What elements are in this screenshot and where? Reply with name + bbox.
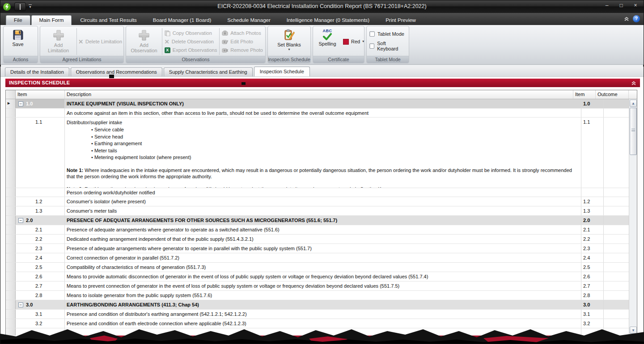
ribbon-tab-print-preview[interactable]: Print Preview [378, 16, 424, 25]
minimize-ribbon-icon[interactable] [624, 17, 629, 21]
spelling-button[interactable]: ABC Spelling [314, 27, 340, 56]
tablet-mode-checkbox[interactable] [369, 31, 375, 37]
item-right-cell[interactable]: 1.0 [581, 99, 604, 108]
table-row[interactable]: 2.4Correct connection of generator in pa… [6, 253, 637, 263]
item-cell[interactable]: 1.1 [16, 117, 65, 188]
ribbon-tab-intelligence-manager-0-statements-[interactable]: Intelligence Manager (0 Statements) [279, 16, 377, 25]
maximize-button[interactable]: □ [618, 2, 625, 8]
row-indicator[interactable] [6, 197, 16, 206]
tablet-mode-toggle[interactable]: Tablet Mode [369, 31, 406, 37]
item-right-cell[interactable]: 2.1 [581, 225, 604, 234]
tab-inspection-schedule[interactable]: Inspection Schedule [254, 67, 310, 76]
table-row[interactable]: 2.1Presence of adequate arrangements whe… [6, 225, 637, 235]
description-cell[interactable]: Person ordering work/dutyholder notified [65, 188, 581, 197]
set-blanks-button[interactable]: Set Blanks ▾ [275, 27, 304, 56]
row-indicator[interactable] [6, 206, 16, 215]
description-cell[interactable]: Presence and condition of distributor's … [65, 310, 581, 319]
delete-observation-button[interactable]: ✕ Delete Observation [165, 38, 217, 46]
item-right-cell[interactable] [581, 188, 604, 197]
item-right-cell[interactable]: 1.1 [581, 117, 604, 188]
item-cell[interactable]: 1.2 [16, 197, 65, 206]
table-row[interactable]: 2.2Dedicated earthing arrangement indepe… [6, 235, 637, 244]
description-cell[interactable]: Dedicated earthing arrangement independe… [65, 235, 581, 243]
row-indicator[interactable] [6, 300, 16, 309]
minimize-button[interactable]: – [603, 2, 610, 8]
scroll-up-button[interactable]: ▲ [630, 100, 637, 107]
copy-observation-button[interactable]: Copy Observation [165, 29, 217, 37]
row-indicator[interactable] [6, 263, 16, 272]
table-row[interactable]: −3.0EARTHING/BONDING ARRANGEMENTS (411.3… [6, 300, 637, 310]
remove-photo-button[interactable]: Remove Photo [222, 46, 263, 54]
row-indicator[interactable] [6, 253, 16, 262]
row-indicator[interactable] [6, 244, 16, 253]
description-cell[interactable]: Presence of adequate arrangements where … [65, 244, 581, 253]
item-cell[interactable]: −2.0 [16, 216, 65, 225]
item-right-cell[interactable]: 3.0 [581, 300, 604, 309]
delete-limitation-button[interactable]: ✕ Delete Limitation [78, 38, 122, 46]
column-header-item-right[interactable]: Item [573, 90, 596, 99]
item-cell[interactable]: 1.3 [16, 206, 65, 215]
item-right-cell[interactable]: 2.6 [581, 272, 604, 281]
item-right-cell[interactable]: 2.4 [581, 253, 604, 262]
item-cell[interactable]: 3.1 [16, 310, 65, 319]
ribbon-tab-schedule-manager[interactable]: Schedule Manager [220, 16, 278, 25]
column-header-outcome[interactable]: Outcome [596, 90, 629, 99]
tab-observations-and-recommendations[interactable]: Observations and Recommendations [71, 67, 162, 76]
item-cell[interactable]: 2.8 [16, 291, 65, 300]
row-indicator[interactable] [6, 188, 16, 197]
row-indicator[interactable] [6, 225, 16, 234]
item-cell[interactable]: 2.3 [16, 244, 65, 253]
help-icon[interactable]: ? [633, 15, 640, 22]
item-cell[interactable]: 2.7 [16, 281, 65, 290]
row-indicator[interactable] [6, 272, 16, 281]
collapse-section-icon[interactable]: − [18, 218, 23, 223]
column-header-item[interactable]: Item [16, 90, 65, 99]
item-cell[interactable]: 2.2 [16, 235, 65, 243]
ribbon-tab-file[interactable]: File [6, 15, 30, 25]
description-cell[interactable]: Consumer's isolator (where present) [65, 197, 581, 206]
description-cell[interactable]: INTAKE EQUIPMENT (VISUAL INSPECTION ONLY… [65, 99, 581, 108]
tab-supply-characteristics-and-earthing[interactable]: Supply Characteristics and Earthing [164, 67, 253, 76]
description-cell[interactable]: Means to prevent connection of generator… [65, 281, 581, 290]
description-cell[interactable]: Consumer's meter tails [65, 206, 581, 215]
soft-keyboard-checkbox[interactable] [369, 43, 374, 49]
item-right-cell[interactable]: 2.7 [581, 281, 604, 290]
item-cell[interactable] [16, 109, 65, 117]
table-row[interactable]: −2.0PRESENCE OF ADEQUATE ARRANGEMENTS FO… [6, 216, 637, 225]
row-indicator[interactable] [6, 310, 16, 319]
row-indicator[interactable] [6, 235, 16, 243]
scrollbar-thumb[interactable] [630, 108, 637, 155]
item-cell[interactable]: 2.4 [16, 253, 65, 262]
row-indicator[interactable]: ▸ [6, 99, 16, 108]
description-cell[interactable]: EARTHING/BONDING ARRANGEMENTS (411.3; Ch… [65, 300, 581, 309]
add-limitation-button[interactable]: Add Limitation [42, 27, 75, 56]
item-cell[interactable] [16, 188, 65, 197]
collapse-section-icon[interactable]: − [18, 101, 23, 106]
table-row[interactable]: 1.3Consumer's meter tails1.3 [6, 206, 637, 216]
row-indicator[interactable] [6, 291, 16, 300]
description-cell[interactable]: Correct connection of generator in paral… [65, 253, 581, 262]
description-cell[interactable]: Compatibility of characteristics of mean… [65, 263, 581, 272]
set-blanks-dropdown-icon[interactable]: ▾ [288, 48, 290, 51]
item-right-cell[interactable]: 3.1 [581, 310, 604, 319]
item-right-cell[interactable]: 2.5 [581, 263, 604, 272]
item-cell[interactable]: 2.5 [16, 263, 65, 272]
item-cell[interactable]: −1.0 [16, 99, 65, 108]
row-indicator[interactable] [6, 281, 16, 290]
item-right-cell[interactable]: 2.8 [581, 291, 604, 300]
table-row[interactable]: 2.7Means to prevent connection of genera… [6, 281, 637, 291]
close-button[interactable]: × [632, 2, 639, 8]
table-row[interactable]: Person ordering work/dutyholder notified [6, 188, 637, 197]
table-row[interactable]: 3.1Presence and condition of distributor… [6, 310, 637, 319]
item-right-cell[interactable]: 1.3 [581, 206, 604, 215]
collapse-panel-icon[interactable] [631, 80, 636, 88]
table-row[interactable]: 2.6Means to provide automatic disconnect… [6, 272, 637, 281]
table-row[interactable]: 2.5Compatibility of characteristics of m… [6, 263, 637, 272]
table-row[interactable]: An outcome against an item in this secti… [6, 109, 637, 117]
table-row[interactable]: ▸−1.0INTAKE EQUIPMENT (VISUAL INSPECTION… [6, 99, 637, 109]
collapse-section-icon[interactable]: − [18, 302, 23, 307]
table-row[interactable]: 2.3Presence of adequate arrangements whe… [6, 244, 637, 253]
description-cell[interactable]: Distributor/supplier intakeService cable… [65, 117, 581, 188]
ribbon-tab-board-manager-1-board-[interactable]: Board Manager (1 Board) [145, 16, 219, 25]
row-indicator[interactable] [6, 109, 16, 117]
